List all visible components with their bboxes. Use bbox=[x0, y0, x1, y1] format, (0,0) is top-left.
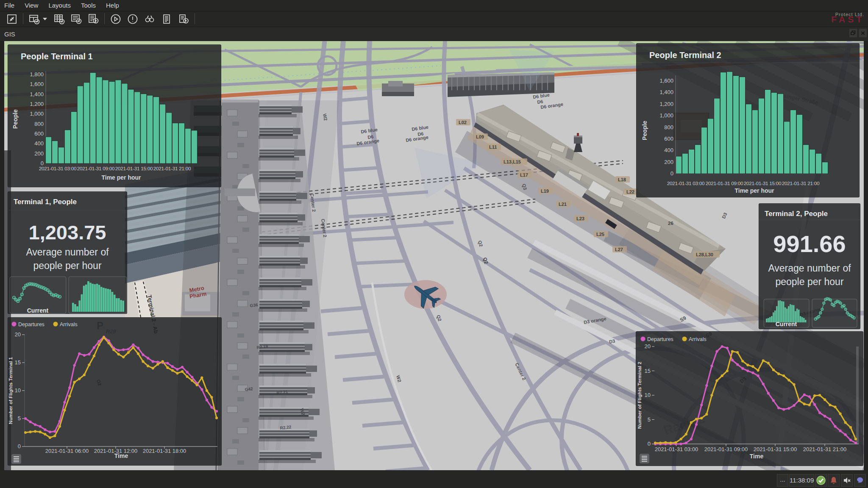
svg-text:People: People bbox=[12, 109, 19, 129]
svg-text:1,000: 1,000 bbox=[659, 112, 673, 119]
svg-text:Number of Flights Terminal 2: Number of Flights Terminal 2 bbox=[637, 362, 642, 429]
svg-text:Departures: Departures bbox=[18, 322, 45, 327]
svg-text:2021-01-31 09:00: 2021-01-31 09:00 bbox=[706, 180, 743, 186]
svg-text:2021-01-31 15:00: 2021-01-31 15:00 bbox=[744, 180, 782, 186]
svg-text:1,000: 1,000 bbox=[30, 111, 44, 117]
svg-text:L21: L21 bbox=[559, 202, 567, 207]
svg-text:600: 600 bbox=[34, 130, 44, 137]
svg-text:Departures: Departures bbox=[647, 336, 673, 342]
svg-text:L09: L09 bbox=[476, 134, 484, 139]
svg-text:L11: L11 bbox=[489, 144, 497, 150]
svg-text:L13,L15: L13,L15 bbox=[504, 159, 521, 164]
svg-text:10: 10 bbox=[15, 387, 21, 394]
svg-text:1,200: 1,200 bbox=[30, 101, 44, 107]
svg-text:2021-01-31 18:00: 2021-01-31 18:00 bbox=[143, 448, 186, 454]
svg-text:Time: Time bbox=[114, 452, 128, 459]
svg-text:2021-01-31 15:00: 2021-01-31 15:00 bbox=[115, 166, 153, 172]
svg-text:1,600: 1,600 bbox=[30, 81, 44, 87]
svg-text:L25: L25 bbox=[596, 232, 604, 237]
svg-text:26: 26 bbox=[668, 221, 673, 226]
svg-text:L27: L27 bbox=[615, 247, 623, 252]
svg-text:2021-01-31 03:00: 2021-01-31 03:00 bbox=[39, 166, 77, 172]
svg-text:Time per hour: Time per hour bbox=[101, 174, 141, 181]
svg-text:600: 600 bbox=[664, 136, 673, 142]
svg-text:10: 10 bbox=[645, 392, 651, 398]
svg-text:2021-01-31 06:00: 2021-01-31 06:00 bbox=[45, 448, 89, 454]
svg-text:Time per hour: Time per hour bbox=[734, 187, 774, 194]
svg-text:2021-01-31 03:00: 2021-01-31 03:00 bbox=[655, 446, 698, 452]
svg-text:D6: D6 bbox=[537, 99, 544, 105]
svg-text:1,400: 1,400 bbox=[659, 89, 673, 95]
svg-text:0: 0 bbox=[670, 170, 673, 177]
svg-text:800: 800 bbox=[664, 124, 673, 130]
svg-text:Current: Current bbox=[27, 307, 49, 314]
svg-text:2021-01-31 15:00: 2021-01-31 15:00 bbox=[754, 446, 797, 452]
svg-text:L18: L18 bbox=[618, 177, 626, 182]
svg-text:200: 200 bbox=[664, 159, 673, 165]
svg-text:2021-01-31 21:00: 2021-01-31 21:00 bbox=[803, 446, 847, 452]
svg-text:0: 0 bbox=[648, 441, 651, 447]
svg-text:800: 800 bbox=[34, 121, 44, 127]
svg-text:Time: Time bbox=[750, 453, 764, 460]
svg-text:L22: L22 bbox=[626, 189, 634, 194]
svg-text:1,800: 1,800 bbox=[30, 71, 44, 78]
svg-text:L02: L02 bbox=[459, 120, 467, 125]
svg-text:Arrivals: Arrivals bbox=[60, 322, 78, 327]
svg-text:1,600: 1,600 bbox=[659, 78, 673, 84]
svg-text:400: 400 bbox=[664, 147, 673, 153]
svg-text:0: 0 bbox=[18, 443, 21, 449]
svg-text:200: 200 bbox=[34, 150, 44, 157]
svg-text:L23: L23 bbox=[576, 216, 584, 221]
svg-text:L19: L19 bbox=[541, 189, 549, 194]
svg-text:5: 5 bbox=[648, 416, 651, 423]
svg-text:2021-01-31 03:00: 2021-01-31 03:00 bbox=[667, 180, 705, 186]
svg-text:D3: D3 bbox=[609, 338, 615, 344]
svg-text:20: 20 bbox=[645, 343, 651, 349]
svg-text:G36: G36 bbox=[250, 302, 258, 308]
svg-text:People: People bbox=[641, 121, 648, 140]
svg-text:2021-01-31 09:00: 2021-01-31 09:00 bbox=[704, 446, 748, 452]
svg-text:Arrivals: Arrivals bbox=[689, 336, 707, 342]
svg-text:400: 400 bbox=[34, 140, 44, 147]
svg-text:2021-01-31 21:00: 2021-01-31 21:00 bbox=[153, 166, 191, 172]
svg-text:Current: Current bbox=[776, 321, 797, 327]
svg-text:1,400: 1,400 bbox=[30, 91, 44, 97]
svg-text:L17: L17 bbox=[520, 172, 528, 177]
svg-text:5: 5 bbox=[18, 415, 21, 421]
svg-text:15: 15 bbox=[645, 368, 651, 374]
svg-text:15: 15 bbox=[15, 359, 21, 366]
svg-text:Number of Flights Terminal 1: Number of Flights Terminal 1 bbox=[8, 357, 13, 424]
svg-text:G42: G42 bbox=[245, 386, 253, 392]
svg-text:2021-01-31 21:00: 2021-01-31 21:00 bbox=[782, 180, 820, 186]
svg-text:L28,L30: L28,L30 bbox=[696, 252, 713, 257]
svg-text:2021-01-31 09:00: 2021-01-31 09:00 bbox=[77, 166, 115, 172]
svg-text:20: 20 bbox=[15, 331, 21, 338]
svg-text:1,200: 1,200 bbox=[659, 101, 673, 107]
